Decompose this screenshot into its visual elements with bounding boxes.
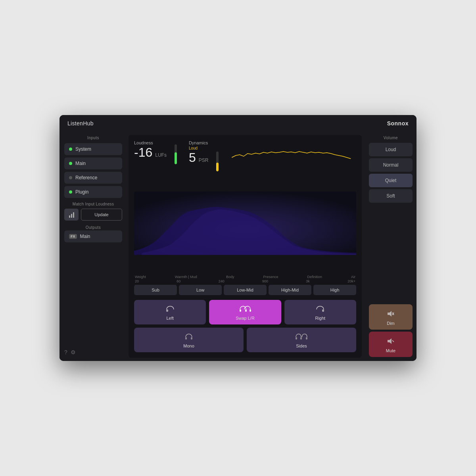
monitor-left-btn[interactable]: Left: [134, 300, 206, 324]
output-main[interactable]: FX Main: [64, 230, 122, 242]
input-plugin[interactable]: Plugin: [64, 186, 122, 198]
monitor-row-2: Mono Sides: [134, 328, 356, 352]
dynamics-value: 5: [189, 151, 196, 164]
monitor-sides-btn[interactable]: Sides: [247, 328, 356, 352]
main-layout: Inputs System Main Reference Plugin Matc…: [60, 132, 416, 361]
help-icon[interactable]: ?: [64, 349, 67, 355]
monitor-right-label: Right: [315, 316, 325, 321]
volume-soft-btn[interactable]: Soft: [369, 189, 413, 203]
dynamics-unit: PSR: [199, 157, 209, 163]
freq-band-low[interactable]: Low: [179, 285, 222, 295]
dot-system: [69, 148, 72, 151]
input-main[interactable]: Main: [64, 157, 122, 169]
spectrum-svg: [134, 175, 356, 272]
dot-main: [69, 162, 72, 165]
monitor-swap-label: Swap L/R: [236, 316, 255, 321]
output-main-label: Main: [80, 234, 90, 239]
svg-rect-10: [306, 337, 307, 340]
outputs-label: Outputs: [64, 225, 122, 230]
freq-section-labels: Weight Warmth | Mud Body Presence Defini…: [134, 275, 356, 279]
freq-hz-labels: 20 60 240 900 3k 20k+: [134, 279, 356, 283]
dynamics-status: Loud: [189, 146, 208, 150]
freq-band-sub[interactable]: Sub: [134, 285, 177, 295]
monitor-left-label: Left: [166, 316, 173, 321]
monitor-mono-btn[interactable]: Mono: [134, 328, 244, 352]
svg-rect-3: [245, 309, 247, 312]
dim-icon: [387, 310, 395, 319]
svg-rect-2: [240, 309, 241, 312]
svg-rect-6: [185, 337, 187, 340]
freq-band-lowmid[interactable]: Low-Mid: [224, 285, 267, 295]
freq-hz-20k: 20k+: [347, 279, 355, 283]
center-panel: Loudness -16 LUFs Dynamics Loud 5 PSR: [129, 135, 362, 358]
left-headphone-icon: [165, 305, 175, 314]
input-plugin-label: Plugin: [75, 189, 88, 195]
freq-hz-900: 900: [262, 279, 268, 283]
loudness-meter-fill: [175, 152, 177, 164]
monitor-buttons: Left Swap L/R: [134, 300, 356, 352]
volume-loud-btn[interactable]: Loud: [369, 143, 413, 156]
monitor-sides-label: Sides: [296, 344, 307, 348]
brand-title: Sonnox: [387, 120, 409, 127]
svg-rect-8: [296, 337, 297, 340]
mono-icon: [184, 333, 194, 342]
match-loudness-section: Match Input Loudness Update: [64, 202, 122, 221]
monitor-row-1: Left Swap L/R: [134, 300, 356, 324]
monitor-mono-label: Mono: [183, 344, 194, 348]
monitor-swap-btn[interactable]: Swap L/R: [209, 300, 281, 324]
dynamics-meter: [216, 152, 219, 171]
squiggle-svg: [226, 144, 356, 163]
input-reference-label: Reference: [75, 175, 97, 180]
loudness-unit: LUFs: [155, 152, 167, 158]
app-window: ListenHub Sonnox Inputs System Main Refe…: [60, 115, 416, 361]
freq-hz-240: 240: [219, 279, 225, 283]
dot-plugin: [69, 190, 72, 194]
outputs-section: Outputs FX Main: [64, 225, 122, 242]
dynamics-meter-fill: [216, 163, 219, 172]
freq-hz-60: 60: [177, 279, 180, 283]
svg-rect-7: [191, 337, 192, 340]
volume-quiet-btn[interactable]: Quiet: [369, 174, 413, 187]
sides-icon: [295, 333, 308, 342]
left-panel: Inputs System Main Reference Plugin Matc…: [60, 132, 127, 361]
inputs-label: Inputs: [64, 136, 122, 140]
settings-icon[interactable]: ⚙: [71, 349, 76, 355]
mute-label: Mute: [386, 348, 395, 353]
volume-normal-btn[interactable]: Normal: [369, 158, 413, 172]
update-button[interactable]: Update: [81, 209, 122, 221]
loudness-label: Loudness: [134, 140, 167, 145]
svg-marker-11: [388, 311, 392, 317]
bars-icon: [69, 211, 74, 218]
freq-label-warmth: Warmth | Mud: [175, 275, 197, 279]
monitor-right-btn[interactable]: Right: [284, 300, 356, 324]
svg-rect-1: [166, 309, 168, 312]
freq-hz-20: 20: [135, 279, 139, 283]
right-headphone-icon: [315, 305, 325, 314]
input-reference[interactable]: Reference: [64, 172, 122, 184]
input-system-label: System: [75, 146, 91, 152]
freq-band-high[interactable]: High: [313, 285, 356, 295]
freq-hz-3k: 3k: [306, 279, 310, 283]
loudness-meter: [175, 144, 177, 164]
freq-label-weight: Weight: [135, 275, 146, 279]
freq-label-body: Body: [226, 275, 234, 279]
freq-band-highmid[interactable]: High-Mid: [269, 285, 311, 295]
dynamics-label: Dynamics: [189, 140, 208, 145]
input-main-label: Main: [75, 161, 86, 166]
match-bars-button[interactable]: [64, 209, 79, 221]
match-loudness-label: Match Input Loudness: [64, 202, 122, 206]
svg-rect-9: [300, 337, 302, 340]
svg-rect-5: [322, 309, 324, 312]
svg-rect-4: [250, 309, 251, 312]
freq-label-presence: Presence: [263, 275, 278, 279]
loudness-value: -16: [134, 146, 152, 159]
input-system[interactable]: System: [64, 143, 122, 155]
dot-reference: [69, 176, 72, 179]
mute-icon: [387, 337, 395, 346]
volume-label: Volume: [369, 136, 413, 140]
mute-button[interactable]: Mute: [369, 332, 413, 357]
title-bar: ListenHub Sonnox: [60, 115, 416, 132]
dim-button[interactable]: Dim: [369, 304, 413, 330]
loudness-section: Loudness -16 LUFs: [134, 140, 167, 159]
right-panel: Volume Loud Normal Quiet Soft Dim: [365, 132, 416, 361]
